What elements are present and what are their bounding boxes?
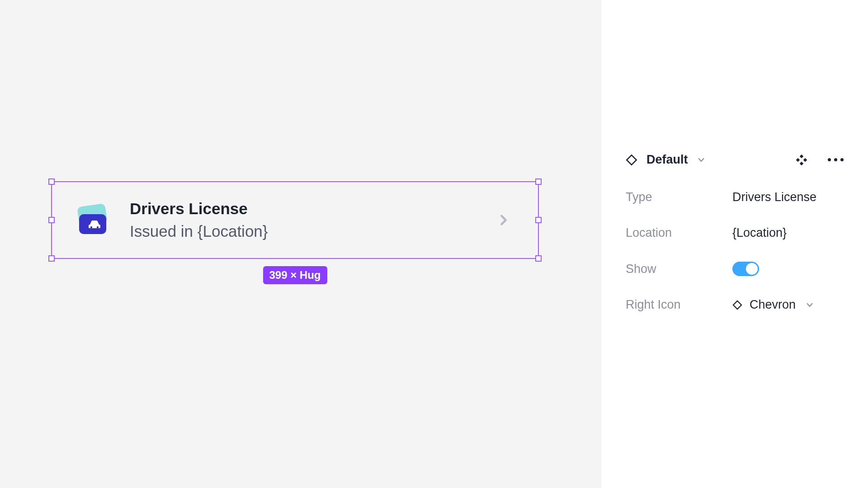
prop-row-type[interactable]: Type Drivers License	[626, 190, 844, 204]
prop-value-right-icon[interactable]: Chevron	[732, 298, 814, 312]
card-title: Drivers License	[130, 199, 479, 218]
svg-rect-9	[733, 300, 741, 309]
instance-swap-diamond-icon	[732, 300, 742, 310]
svg-rect-4	[627, 155, 636, 164]
prop-row-right-icon[interactable]: Right Icon Chevron	[626, 298, 844, 312]
chevron-right-icon	[497, 214, 510, 226]
variant-name: Default	[646, 153, 688, 167]
svg-point-3	[97, 226, 99, 228]
properties-panel: Default Type Drivers License	[601, 0, 868, 488]
prop-row-location[interactable]: Location {Location}	[626, 226, 844, 240]
selection-size-label: 399 × Hug	[263, 266, 327, 284]
more-options-button[interactable]	[828, 158, 844, 161]
variant-selector[interactable]: Default	[626, 153, 705, 167]
show-toggle[interactable]	[732, 262, 759, 276]
resize-handle-bottom-right[interactable]	[535, 255, 542, 262]
prop-label-show: Show	[626, 262, 732, 276]
selection-bounding-box: Drivers License Issued in {Location}	[51, 181, 539, 259]
prop-label-location: Location	[626, 226, 732, 240]
toggle-knob	[746, 263, 758, 275]
prop-label-type: Type	[626, 190, 732, 204]
chevron-down-icon	[697, 156, 705, 164]
card-text-group: Drivers License Issued in {Location}	[130, 199, 479, 241]
prop-row-show: Show	[626, 262, 844, 276]
selected-component[interactable]: Drivers License Issued in {Location} 399…	[51, 181, 539, 259]
prop-value-location[interactable]: {Location}	[732, 226, 787, 240]
right-icon-value: Chevron	[750, 298, 796, 312]
svg-rect-5	[800, 155, 803, 158]
design-canvas[interactable]: Drivers License Issued in {Location} 399…	[0, 0, 601, 488]
resize-handle-top-right[interactable]	[535, 178, 542, 185]
resize-handle-mid-left[interactable]	[48, 217, 55, 223]
prop-label-right-icon: Right Icon	[626, 298, 732, 312]
svg-rect-8	[800, 161, 803, 165]
drivers-license-icon	[74, 203, 112, 237]
variant-diamond-icon	[626, 154, 637, 166]
chevron-down-icon	[806, 301, 814, 309]
resize-handle-top-left[interactable]	[48, 178, 55, 185]
resize-handle-bottom-left[interactable]	[48, 255, 55, 262]
svg-point-2	[90, 226, 92, 228]
component-set-icon[interactable]	[796, 155, 807, 165]
prop-value-type[interactable]: Drivers License	[732, 190, 816, 204]
svg-rect-7	[803, 158, 807, 161]
variant-header-row: Default	[626, 153, 844, 167]
resize-handle-mid-right[interactable]	[535, 217, 542, 223]
card-subtitle: Issued in {Location}	[130, 222, 479, 241]
svg-rect-6	[796, 158, 800, 161]
